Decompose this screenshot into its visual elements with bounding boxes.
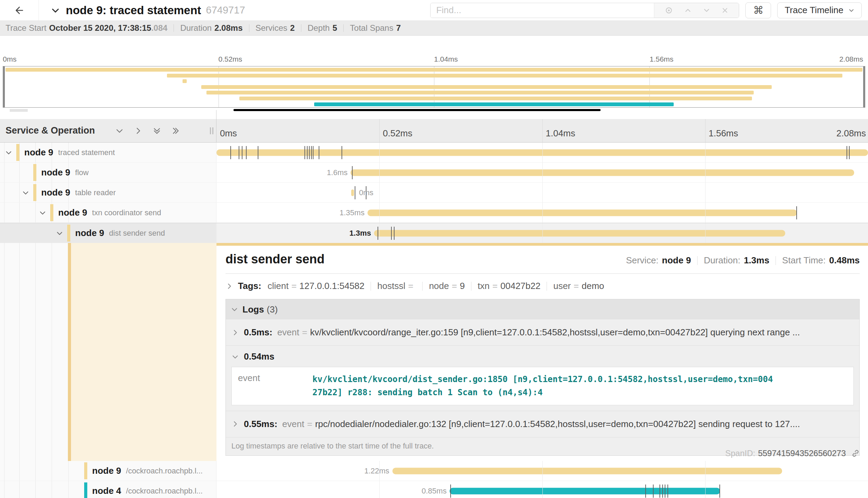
clear-find-icon[interactable] [721, 7, 729, 14]
log-marker [645, 485, 646, 498]
log-entry-header[interactable]: 0.54ms [231, 351, 854, 362]
chevron-right-icon[interactable] [225, 282, 233, 290]
summary-divider [301, 24, 301, 32]
span-row[interactable]: node 9table reader0ms [0, 183, 868, 203]
span-row-name-cell[interactable]: node 9dist sender send [0, 223, 216, 243]
log-marker [307, 146, 308, 159]
chevron-down-icon[interactable] [56, 229, 63, 237]
timeline-gridline [542, 183, 543, 202]
minimap-left-handle[interactable] [3, 66, 5, 107]
span-bar-cell[interactable]: 1.35ms [216, 203, 868, 223]
collapse-controls [115, 126, 180, 135]
trace-view-selector[interactable]: Trace Timeline [777, 2, 862, 18]
service-name[interactable]: node 9 [92, 465, 121, 476]
span-bar[interactable] [392, 468, 782, 474]
meta-label: Start Time: [782, 255, 826, 266]
log-field-key: event [282, 419, 304, 429]
span-bar[interactable] [351, 169, 854, 176]
span-row[interactable]: node 9traced statement [0, 143, 868, 163]
service-name[interactable]: node 9 [75, 228, 104, 238]
span-row[interactable]: node 9flow1.6ms [0, 163, 868, 183]
span-row-name-cell[interactable]: node 9flow [0, 163, 216, 182]
summary-divider [249, 24, 249, 32]
span-row[interactable]: node 9txn coordinator send1.35ms [0, 203, 868, 223]
chevron-down-icon [231, 306, 238, 313]
scroll-to-match-icon[interactable] [664, 6, 673, 15]
summary-label: Total Spans [350, 23, 393, 33]
span-id-label: SpanID: [725, 449, 755, 458]
tag-equals: = [452, 281, 457, 291]
timeline-gridline [542, 143, 543, 162]
service-name[interactable]: node 9 [41, 167, 70, 178]
summary-divider [174, 24, 174, 32]
timeline-gridline [379, 119, 380, 142]
log-entry[interactable]: 0.5ms:event=kv/kvclient/kvcoord/range_it… [226, 319, 859, 346]
tag-divider [547, 282, 547, 291]
service-name[interactable]: node 9 [58, 207, 87, 218]
operation-name: dist sender send [109, 229, 165, 238]
tag-equals: = [574, 281, 579, 291]
logs-title: Logs [242, 304, 264, 315]
span-row-name-cell[interactable]: node 9table reader [0, 183, 216, 202]
span-bar-cell[interactable]: 1.3ms [216, 223, 868, 243]
tan-service-color-bar [50, 204, 53, 221]
back-button[interactable] [0, 0, 39, 20]
timeline-gridline [705, 481, 706, 498]
minimap-right-handle[interactable] [863, 66, 865, 107]
meta-label: Service: [626, 255, 658, 266]
span-bar[interactable] [450, 488, 720, 494]
find-input[interactable] [431, 3, 654, 18]
column-resize-grip[interactable] [210, 127, 213, 134]
chevron-down-icon[interactable] [22, 189, 29, 197]
expand-all-icon[interactable] [171, 126, 180, 135]
span-row-name-cell[interactable]: node 9/cockroach.roachpb.l... [0, 461, 216, 481]
log-marker [847, 146, 847, 159]
span-row[interactable]: node 9dist sender send1.3ms [0, 223, 868, 243]
span-row-name-cell[interactable]: node 4/cockroach.roachpb.l... [0, 481, 216, 498]
timeline-gridline [705, 203, 706, 223]
service-name[interactable]: node 9 [41, 187, 70, 198]
prev-match-icon[interactable] [684, 6, 692, 15]
tick-label: 0ms [220, 128, 237, 139]
deep-link-icon[interactable] [851, 449, 860, 458]
minimap-canvas[interactable] [3, 66, 865, 108]
span-detail-meta: Service:node 9Duration:1.3msStart Time:0… [626, 255, 860, 266]
summary-label: Trace Start [6, 23, 46, 33]
timeline-ruler: 0ms0.52ms1.04ms1.56ms2.08ms [216, 110, 868, 142]
timeline-gridline [542, 481, 543, 498]
next-match-icon[interactable] [702, 6, 711, 15]
service-name[interactable]: node 9 [24, 147, 53, 158]
log-entry[interactable]: 0.55ms:event=rpc/nodedialer/nodedialer.g… [226, 411, 859, 437]
summary-item: Depth5 [308, 23, 337, 33]
log-marker [342, 146, 342, 159]
span-row-name-cell[interactable]: node 9txn coordinator send [0, 203, 216, 223]
log-marker [719, 485, 720, 498]
tag-key: txn [478, 281, 490, 291]
summary-item: Services2 [256, 23, 295, 33]
collapse-trace-icon[interactable] [51, 6, 60, 15]
chevron-down-icon[interactable] [5, 149, 12, 156]
span-bar-cell[interactable]: 0ms [216, 183, 868, 202]
chevron-down-icon [231, 353, 239, 361]
span-bar-cell[interactable]: 1.22ms [216, 461, 868, 481]
chevron-down-icon[interactable] [39, 209, 46, 217]
service-name[interactable]: node 4 [92, 486, 121, 496]
span-row[interactable]: node 9/cockroach.roachpb.l...1.22ms [0, 461, 868, 481]
span-bar-cell[interactable]: 0.85ms [216, 481, 868, 498]
span-row[interactable]: node 4/cockroach.roachpb.l...0.85ms [0, 481, 868, 498]
log-marker [653, 485, 654, 498]
tags-row[interactable]: Tags:client=127.0.0.1:54582hostssl=node=… [225, 281, 860, 291]
collapse-one-icon[interactable] [115, 126, 124, 135]
span-bar-cell[interactable]: 1.6ms [216, 163, 868, 182]
span-bar[interactable] [367, 209, 797, 216]
span-bar[interactable] [351, 189, 354, 196]
span-bar-cell[interactable] [216, 143, 868, 162]
logs-header[interactable]: Logs (3) [226, 299, 859, 319]
keyboard-shortcuts-button[interactable]: ⌘ [745, 2, 771, 18]
logs-count: (3) [267, 304, 278, 315]
span-detail-title: dist sender send [225, 252, 325, 266]
span-row-name-cell[interactable]: node 9traced statement [0, 143, 216, 162]
collapse-all-icon[interactable] [152, 126, 161, 135]
expand-one-icon[interactable] [134, 126, 143, 135]
span-bar[interactable] [374, 230, 785, 236]
